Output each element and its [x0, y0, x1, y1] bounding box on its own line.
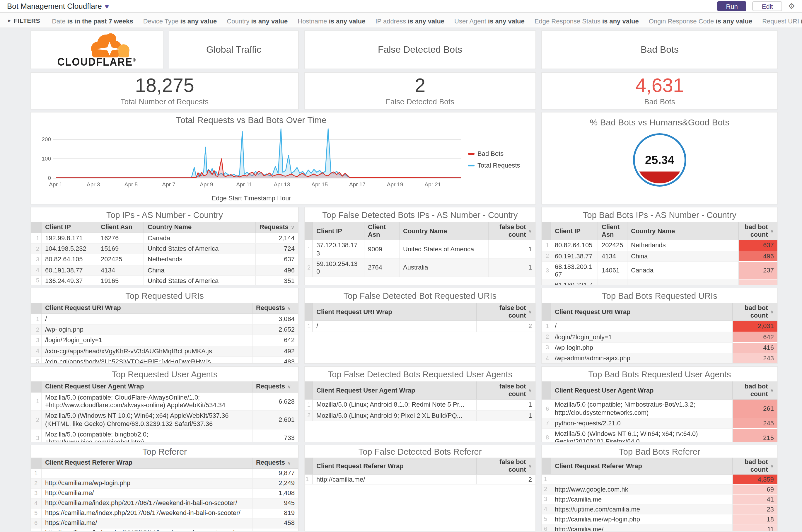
table-row[interactable]: 1Mozilla/5.0 (Linux; Android 8.1.0; Redm… [305, 400, 535, 411]
table-row[interactable]: 461.160.221.7323650China144 [542, 280, 777, 285]
column-header[interactable]: Client Request Referer Wrap [313, 458, 477, 475]
table-row[interactable]: 368.183.200.16714061Canada237 [542, 262, 777, 280]
table-row[interactable]: 259.100.254.1302764Australia1 [305, 259, 535, 278]
column-header[interactable]: Client Request URI Wrap [42, 303, 252, 314]
table-row[interactable]: 4/cdn-cgi/apps/head/xVgyKhR-vV3dAUGhMqfB… [31, 346, 298, 357]
column-header[interactable]: Client Request User Agent Wrap [551, 381, 733, 400]
table-row[interactable]: 1/2 [305, 321, 535, 332]
table-cell: 416 [733, 343, 777, 353]
filter-item[interactable]: Origin Response Code is any value [649, 17, 752, 24]
table-row[interactable]: 2Mozilla/5.0 (Linux; Android 9; Pixel 2 … [305, 411, 535, 421]
dashboard-root: Bot Management Cloudflare ♥ Run Edit ⚙ ▸… [0, 0, 802, 532]
legend-item[interactable]: Total Requests [468, 162, 533, 169]
timeseries-svg[interactable]: 0100200Apr 1Apr 3Apr 5Apr 7Apr 9Apr 11Ap… [35, 127, 464, 192]
settings-gear-icon[interactable]: ⚙ [788, 2, 795, 11]
table-row[interactable]: 2/wp-login.php2,652 [31, 325, 298, 335]
column-header[interactable]: false bot count∨ [477, 381, 535, 400]
column-header[interactable]: bad bot count∨ [733, 381, 777, 400]
table-row[interactable]: 4http://camilia.me/index.php/2017/06/17/… [31, 499, 298, 509]
column-header[interactable]: Client Request User Agent Wrap [42, 381, 252, 393]
table-row[interactable]: 137.120.138.1739009United States of Amer… [305, 241, 535, 259]
table-row[interactable]: 2http://camilia.me/wp-login.php2,249 [31, 479, 298, 489]
table-row[interactable]: 3/login/?login_only=1642 [31, 336, 298, 346]
table-row[interactable]: 1/3,084 [31, 314, 298, 325]
filter-item[interactable]: IP address is any value [375, 17, 444, 24]
table-row[interactable]: 1Mozilla/5.0 (compatible; CloudFlare-Alw… [31, 393, 298, 411]
filters-label[interactable]: FILTERS [14, 17, 40, 24]
table-row[interactable]: 6http://camilia.me/11 [542, 525, 777, 531]
table-row[interactable]: 5http://camilia.me/wp-login.php18 [542, 515, 777, 525]
column-header[interactable]: Country Name [400, 222, 489, 241]
column-header[interactable]: bad bot count∨ [733, 458, 777, 475]
column-header[interactable]: false bot count∨ [477, 303, 535, 321]
table-row[interactable]: 4/wp-admin/admin-ajax.php243 [542, 353, 777, 364]
table-row[interactable]: 6https://camilia.me/458 [31, 518, 298, 529]
table-cell: 1,408 [252, 489, 298, 499]
table-row[interactable]: 380.82.64.105202425Netherlands637 [31, 254, 298, 265]
filters-expand-icon[interactable]: ▸ [8, 17, 11, 23]
table-row[interactable]: 2104.198.5.23215169United States of Amer… [31, 244, 298, 254]
table-row[interactable]: 19,877 [31, 469, 298, 479]
legend-item[interactable]: Bad Bots [468, 150, 533, 157]
table-row[interactable]: 460.191.38.774134China496 [31, 265, 298, 276]
column-header[interactable]: Client Request User Agent Wrap [313, 381, 477, 400]
column-header[interactable]: bad bot count∨ [739, 222, 777, 241]
table-row[interactable]: 3Mozilla/5.0 (compatible; bingbot/2.0; +… [31, 430, 298, 443]
filter-item[interactable]: Device Type is any value [143, 17, 217, 24]
table-row[interactable]: 1/2,031 [542, 321, 777, 332]
filter-item[interactable]: User Agent is any value [454, 17, 524, 24]
column-header[interactable]: Client Asn [97, 222, 144, 233]
column-header[interactable]: bad bot count∨ [733, 303, 777, 321]
filter-item[interactable]: Hostname is any value [298, 17, 365, 24]
column-header[interactable]: Client Request Referer Wrap [42, 458, 252, 469]
table-header-row: Client IPClient AsnCountry Namefalse bot… [305, 222, 535, 241]
table-row[interactable]: 7python-requests/2.21.0245 [542, 418, 777, 429]
filter-item[interactable]: Request URI is any value [762, 17, 802, 24]
table-row[interactable]: 3/wp-login.php416 [542, 343, 777, 353]
table-row[interactable]: 5136.24.49.3719165United States of Ameri… [31, 276, 298, 286]
gauge-value: 25.34 [645, 153, 674, 166]
column-header[interactable]: Country Name [627, 222, 739, 241]
column-header[interactable]: Client IP [313, 222, 364, 241]
gauge-tile: % Bad Bots vs Humans&Good Bots 25.34 [541, 112, 778, 205]
filter-item[interactable]: Country is any value [227, 17, 288, 24]
table-cell: 284 [252, 529, 298, 531]
column-header[interactable]: Client IP [42, 222, 97, 233]
table-row[interactable]: 2Mozilla/5.0 (Windows NT 10.0; Win64; x6… [31, 411, 298, 430]
column-header[interactable]: Country Name [144, 222, 256, 233]
table-row[interactable]: 14,359 [542, 475, 777, 485]
column-header[interactable]: Client Asn [364, 222, 400, 241]
table-row[interactable]: 260.191.38.774134China496 [542, 251, 777, 262]
run-button[interactable]: Run [717, 1, 746, 11]
chart-plot-area[interactable]: Total Requests vs Bad Bots Over Time 010… [35, 115, 468, 204]
table-row[interactable]: 3http://camilia.me/1,408 [31, 489, 298, 499]
edit-button[interactable]: Edit [752, 1, 782, 11]
column-header[interactable]: Requests∨ [252, 303, 298, 314]
column-header[interactable]: Client Request Referer Wrap [551, 458, 733, 475]
column-header[interactable]: Requests∨ [252, 381, 298, 393]
column-header[interactable]: Client Request URI Wrap [551, 303, 733, 321]
table-row[interactable]: 4https://uptime.com/camilia.me23 [542, 505, 777, 515]
table-row[interactable]: 1192.99.8.17116276Canada2,144 [31, 233, 298, 244]
table-row[interactable]: 7http://camilia.me/index.php/2017/05/14/… [31, 529, 298, 531]
table-row[interactable]: 1http://camilia.me/2 [305, 475, 535, 485]
column-header[interactable]: false bot count∨ [477, 458, 535, 475]
filter-item[interactable]: Edge Response Status is any value [535, 17, 639, 24]
table-row[interactable]: 6Mozilla/5.0 (compatible; Nimbostratus-B… [542, 400, 777, 418]
column-header[interactable]: Requests∨ [256, 222, 298, 233]
column-header[interactable]: Client Asn [598, 222, 627, 241]
column-header[interactable]: Client IP [551, 222, 598, 241]
column-header[interactable]: false bot count∨ [489, 222, 535, 241]
filter-item[interactable]: Date is in the past 7 weeks [52, 17, 133, 24]
table-row[interactable]: 3http://camilia.me41 [542, 495, 777, 505]
table-row[interactable]: 2/login/?login_only=1642 [542, 332, 777, 342]
table-row[interactable]: 8Mozilla/5.0 (Windows NT 6.1; Win64; x64… [542, 429, 777, 442]
table-cell: 1 [477, 400, 535, 411]
table-row[interactable]: 5/cdn-cgi/apps/body/3Lh52SjWTQ4HRlErJykH… [31, 357, 298, 364]
table-row[interactable]: 5https://camilia.me/index.php/2017/06/17… [31, 509, 298, 518]
table-row[interactable]: 180.82.64.105202425Netherlands637 [542, 241, 777, 251]
table-row[interactable]: 2http://www.google.com.hk69 [542, 485, 777, 495]
table-cell: 2,031 [733, 321, 777, 332]
column-header[interactable]: Client Request URI Wrap [313, 303, 477, 321]
column-header[interactable]: Requests∨ [252, 458, 298, 469]
